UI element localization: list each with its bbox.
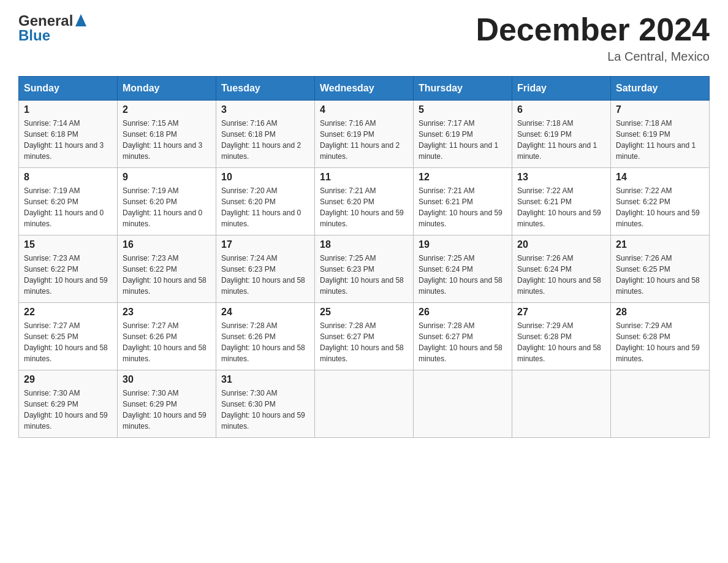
day-number: 9 — [123, 172, 211, 183]
day-header-row: SundayMondayTuesdayWednesdayThursdayFrid… — [19, 77, 710, 101]
day-info: Sunrise: 7:25 AMSunset: 6:24 PMDaylight:… — [419, 253, 507, 297]
calendar-cell: 16 Sunrise: 7:23 AMSunset: 6:22 PMDaylig… — [118, 236, 216, 303]
title-section: December 2024 La Central, Mexico — [476, 12, 710, 64]
day-number: 3 — [221, 104, 309, 115]
svg-marker-0 — [75, 14, 86, 26]
day-info: Sunrise: 7:18 AMSunset: 6:19 PMDaylight:… — [517, 118, 605, 162]
calendar-cell: 27 Sunrise: 7:29 AMSunset: 6:28 PMDaylig… — [512, 303, 611, 370]
column-header-monday: Monday — [118, 77, 216, 101]
day-info: Sunrise: 7:22 AMSunset: 6:22 PMDaylight:… — [616, 185, 704, 229]
day-number: 6 — [517, 104, 605, 115]
day-info: Sunrise: 7:22 AMSunset: 6:21 PMDaylight:… — [517, 185, 605, 229]
calendar-cell: 17 Sunrise: 7:24 AMSunset: 6:23 PMDaylig… — [216, 236, 315, 303]
calendar-cell: 26 Sunrise: 7:28 AMSunset: 6:27 PMDaylig… — [414, 303, 512, 370]
column-header-sunday: Sunday — [19, 77, 118, 101]
calendar-cell: 30 Sunrise: 7:30 AMSunset: 6:29 PMDaylig… — [118, 370, 216, 438]
calendar-cell: 31 Sunrise: 7:30 AMSunset: 6:30 PMDaylig… — [216, 370, 315, 438]
week-row-2: 8 Sunrise: 7:19 AMSunset: 6:20 PMDayligh… — [19, 168, 710, 236]
day-info: Sunrise: 7:21 AMSunset: 6:21 PMDaylight:… — [419, 185, 507, 229]
day-number: 15 — [24, 239, 112, 250]
calendar-cell: 19 Sunrise: 7:25 AMSunset: 6:24 PMDaylig… — [414, 236, 512, 303]
calendar-cell: 2 Sunrise: 7:15 AMSunset: 6:18 PMDayligh… — [118, 101, 216, 168]
day-info: Sunrise: 7:29 AMSunset: 6:28 PMDaylight:… — [616, 320, 704, 364]
day-info: Sunrise: 7:27 AMSunset: 6:26 PMDaylight:… — [123, 320, 211, 364]
day-number: 7 — [616, 104, 704, 115]
day-info: Sunrise: 7:19 AMSunset: 6:20 PMDaylight:… — [123, 185, 211, 229]
day-info: Sunrise: 7:28 AMSunset: 6:27 PMDaylight:… — [419, 320, 507, 364]
day-info: Sunrise: 7:30 AMSunset: 6:29 PMDaylight:… — [24, 388, 112, 432]
calendar-cell: 14 Sunrise: 7:22 AMSunset: 6:22 PMDaylig… — [611, 168, 710, 236]
calendar-cell: 18 Sunrise: 7:25 AMSunset: 6:23 PMDaylig… — [315, 236, 414, 303]
week-row-5: 29 Sunrise: 7:30 AMSunset: 6:29 PMDaylig… — [19, 370, 710, 438]
day-number: 10 — [221, 172, 309, 183]
calendar-cell: 8 Sunrise: 7:19 AMSunset: 6:20 PMDayligh… — [19, 168, 118, 236]
day-number: 27 — [517, 307, 605, 318]
day-number: 1 — [24, 104, 112, 115]
day-number: 5 — [419, 104, 507, 115]
calendar-cell — [611, 370, 710, 438]
calendar-cell: 22 Sunrise: 7:27 AMSunset: 6:25 PMDaylig… — [19, 303, 118, 370]
day-number: 12 — [419, 172, 507, 183]
day-info: Sunrise: 7:16 AMSunset: 6:19 PMDaylight:… — [320, 118, 408, 162]
day-info: Sunrise: 7:15 AMSunset: 6:18 PMDaylight:… — [123, 118, 211, 162]
day-number: 22 — [24, 307, 112, 318]
day-info: Sunrise: 7:29 AMSunset: 6:28 PMDaylight:… — [517, 320, 605, 364]
day-info: Sunrise: 7:18 AMSunset: 6:19 PMDaylight:… — [616, 118, 704, 162]
day-number: 11 — [320, 172, 408, 183]
day-info: Sunrise: 7:21 AMSunset: 6:20 PMDaylight:… — [320, 185, 408, 229]
day-number: 26 — [419, 307, 507, 318]
day-number: 30 — [123, 374, 211, 385]
calendar-cell: 4 Sunrise: 7:16 AMSunset: 6:19 PMDayligh… — [315, 101, 414, 168]
day-number: 13 — [517, 172, 605, 183]
day-info: Sunrise: 7:17 AMSunset: 6:19 PMDaylight:… — [419, 118, 507, 162]
calendar-cell: 5 Sunrise: 7:17 AMSunset: 6:19 PMDayligh… — [414, 101, 512, 168]
day-info: Sunrise: 7:25 AMSunset: 6:23 PMDaylight:… — [320, 253, 408, 297]
calendar-cell: 29 Sunrise: 7:30 AMSunset: 6:29 PMDaylig… — [19, 370, 118, 438]
week-row-4: 22 Sunrise: 7:27 AMSunset: 6:25 PMDaylig… — [19, 303, 710, 370]
calendar-cell: 9 Sunrise: 7:19 AMSunset: 6:20 PMDayligh… — [118, 168, 216, 236]
day-info: Sunrise: 7:26 AMSunset: 6:25 PMDaylight:… — [616, 253, 704, 297]
logo-blue-text: Blue — [18, 27, 50, 44]
day-number: 17 — [221, 239, 309, 250]
calendar-cell: 13 Sunrise: 7:22 AMSunset: 6:21 PMDaylig… — [512, 168, 611, 236]
day-number: 8 — [24, 172, 112, 183]
day-number: 24 — [221, 307, 309, 318]
month-title: December 2024 — [476, 12, 710, 47]
calendar-cell — [512, 370, 611, 438]
column-header-friday: Friday — [512, 77, 611, 101]
calendar-cell: 15 Sunrise: 7:23 AMSunset: 6:22 PMDaylig… — [19, 236, 118, 303]
day-info: Sunrise: 7:28 AMSunset: 6:27 PMDaylight:… — [320, 320, 408, 364]
calendar-cell: 10 Sunrise: 7:20 AMSunset: 6:20 PMDaylig… — [216, 168, 315, 236]
calendar-cell: 12 Sunrise: 7:21 AMSunset: 6:21 PMDaylig… — [414, 168, 512, 236]
day-number: 28 — [616, 307, 704, 318]
calendar-cell: 28 Sunrise: 7:29 AMSunset: 6:28 PMDaylig… — [611, 303, 710, 370]
calendar-cell: 25 Sunrise: 7:28 AMSunset: 6:27 PMDaylig… — [315, 303, 414, 370]
calendar-table: SundayMondayTuesdayWednesdayThursdayFrid… — [18, 76, 710, 438]
calendar-cell: 24 Sunrise: 7:28 AMSunset: 6:26 PMDaylig… — [216, 303, 315, 370]
day-number: 4 — [320, 104, 408, 115]
calendar-cell: 6 Sunrise: 7:18 AMSunset: 6:19 PMDayligh… — [512, 101, 611, 168]
day-info: Sunrise: 7:30 AMSunset: 6:30 PMDaylight:… — [221, 388, 309, 432]
calendar-cell: 3 Sunrise: 7:16 AMSunset: 6:18 PMDayligh… — [216, 101, 315, 168]
calendar-cell: 21 Sunrise: 7:26 AMSunset: 6:25 PMDaylig… — [611, 236, 710, 303]
day-info: Sunrise: 7:26 AMSunset: 6:24 PMDaylight:… — [517, 253, 605, 297]
day-info: Sunrise: 7:14 AMSunset: 6:18 PMDaylight:… — [24, 118, 112, 162]
day-info: Sunrise: 7:23 AMSunset: 6:22 PMDaylight:… — [24, 253, 112, 297]
day-number: 14 — [616, 172, 704, 183]
day-info: Sunrise: 7:28 AMSunset: 6:26 PMDaylight:… — [221, 320, 309, 364]
day-number: 23 — [123, 307, 211, 318]
column-header-wednesday: Wednesday — [315, 77, 414, 101]
location-text: La Central, Mexico — [476, 50, 710, 64]
day-info: Sunrise: 7:16 AMSunset: 6:18 PMDaylight:… — [221, 118, 309, 162]
week-row-1: 1 Sunrise: 7:14 AMSunset: 6:18 PMDayligh… — [19, 101, 710, 168]
calendar-cell: 11 Sunrise: 7:21 AMSunset: 6:20 PMDaylig… — [315, 168, 414, 236]
day-number: 16 — [123, 239, 211, 250]
day-number: 29 — [24, 374, 112, 385]
column-header-saturday: Saturday — [611, 77, 710, 101]
day-number: 21 — [616, 239, 704, 250]
calendar-cell: 7 Sunrise: 7:18 AMSunset: 6:19 PMDayligh… — [611, 101, 710, 168]
day-number: 31 — [221, 374, 309, 385]
calendar-cell — [315, 370, 414, 438]
logo-triangle-icon — [75, 14, 86, 29]
day-number: 25 — [320, 307, 408, 318]
